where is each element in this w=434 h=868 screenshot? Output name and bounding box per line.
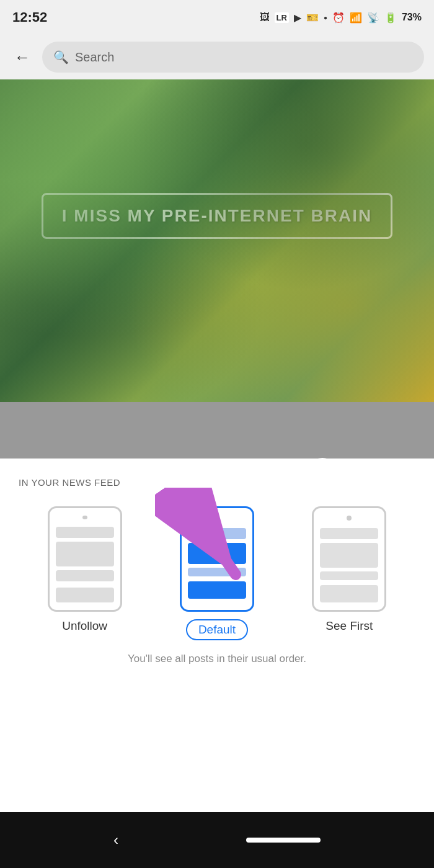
nav-back-icon[interactable]: ‹ bbox=[113, 831, 118, 849]
search-icon: 🔍 bbox=[53, 50, 69, 65]
default-phone bbox=[180, 506, 254, 612]
unfollow-phone bbox=[48, 506, 122, 612]
options-row: Unfollow Default bbox=[19, 506, 415, 640]
description-text: You'll see all posts in their usual orde… bbox=[19, 653, 415, 665]
lr-icon: LR bbox=[275, 12, 289, 23]
default-bar-2 bbox=[188, 543, 246, 564]
phone-dot-unfollow bbox=[82, 516, 87, 519]
dot-icon: ● bbox=[324, 14, 327, 21]
phone-bar-2 bbox=[56, 542, 114, 566]
default-label: Default bbox=[186, 619, 248, 640]
back-button[interactable]: ← bbox=[10, 45, 35, 69]
default-option[interactable]: Default bbox=[167, 506, 267, 640]
see-first-bar-3 bbox=[320, 571, 378, 580]
nav-bar: ← 🔍 Search bbox=[0, 35, 434, 79]
signal-icon: 📡 bbox=[367, 12, 379, 24]
see-first-bar-1 bbox=[320, 528, 378, 539]
status-time: 12:52 bbox=[12, 9, 47, 25]
see-first-bar-2 bbox=[320, 543, 378, 568]
wifi-icon: 📶 bbox=[350, 12, 362, 24]
see-first-option[interactable]: See First bbox=[299, 506, 399, 633]
app-icon: 🎫 bbox=[306, 12, 319, 24]
see-first-label: See First bbox=[326, 619, 373, 633]
see-first-phone bbox=[312, 506, 386, 612]
battery-icon: 🔋 bbox=[384, 12, 397, 24]
unfollow-label: Unfollow bbox=[62, 619, 107, 633]
youtube-icon: ▶ bbox=[294, 12, 301, 24]
nav-home-pill[interactable] bbox=[246, 838, 321, 843]
photos-icon: 🖼 bbox=[260, 12, 270, 23]
back-arrow-icon: ← bbox=[14, 48, 30, 67]
android-nav: ‹ bbox=[0, 812, 434, 868]
cover-photo: I MISS MY PRE-INTERNET BRAIN bbox=[0, 79, 434, 402]
default-bar-3 bbox=[188, 568, 246, 576]
search-placeholder: Search bbox=[75, 50, 114, 65]
phone-bar-3 bbox=[56, 570, 114, 581]
phone-bar-4 bbox=[56, 588, 114, 602]
see-first-bar-4 bbox=[320, 585, 378, 602]
alarm-icon: ⏰ bbox=[332, 12, 345, 24]
news-feed-sheet: IN YOUR NEWS FEED Unfollow bbox=[0, 459, 434, 812]
unfollow-option[interactable]: Unfollow bbox=[35, 506, 135, 633]
status-icons: 🖼 LR ▶ 🎫 ● ⏰ 📶 📡 🔋 73% bbox=[260, 12, 422, 24]
default-bar-4 bbox=[188, 581, 246, 599]
phone-dot-seefirst bbox=[347, 516, 352, 521]
search-bar[interactable]: 🔍 Search bbox=[42, 42, 424, 73]
status-bar: 12:52 🖼 LR ▶ 🎫 ● ⏰ 📶 📡 🔋 73% bbox=[0, 0, 434, 35]
phone-dot-default bbox=[215, 516, 219, 521]
section-label: IN YOUR NEWS FEED bbox=[19, 477, 415, 488]
default-bar-1 bbox=[188, 528, 246, 539]
battery-text: 73% bbox=[402, 12, 422, 23]
phone-bar-1 bbox=[56, 527, 114, 538]
